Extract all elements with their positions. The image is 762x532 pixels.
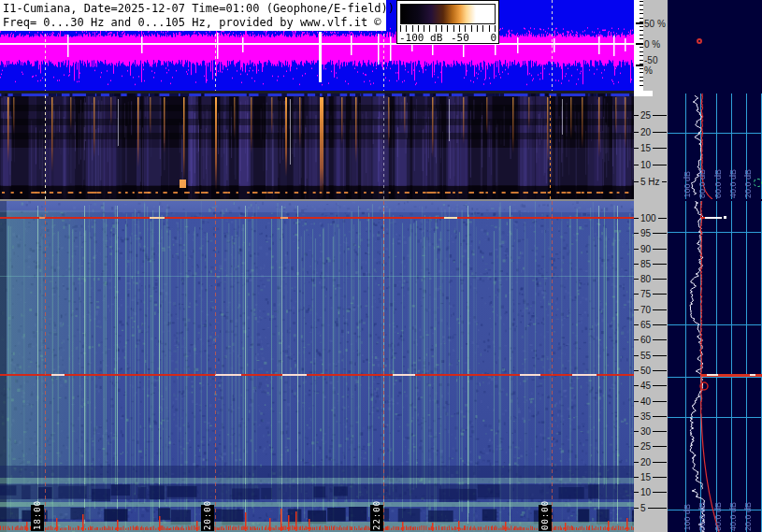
waveform-axis-label: 0 % [644,38,668,50]
efield-spectrogram-section [0,201,634,532]
time-label: 00:00 [539,505,552,531]
major-tick [636,65,643,66]
geophone-axis-tick: 10 [634,159,668,170]
efield-axis-tick: 35 [634,410,668,422]
tick-strip-end [634,91,653,96]
efield-axis-tick: 60 [634,334,668,345]
colorbar-gradient [400,4,496,24]
efield-axis-tick: 40 [634,395,668,407]
db-axis-label: 40.0 dB [728,169,738,198]
geophone-spectrogram-canvas [0,93,634,199]
waveform-section: I1-Cumiana, Date=2025-12-07 Time=01:00 (… [0,0,634,91]
spectrum-panel: 100 dB 80.0 dB 60.0 dB 40.0 dB 20.0 dB 1… [668,0,762,532]
vlf-monitor-screen: I1-Cumiana, Date=2025-12-07 Time=01:00 (… [0,0,762,532]
db-axis-label: 80.0 dB [697,502,707,531]
efield-axis-tick: 5 [634,502,668,513]
geophone-spectrum-plot: 100 dB 80.0 dB 60.0 dB 40.0 dB 20.0 dB [668,93,762,199]
db-axis-label: 100 dB [683,504,692,531]
efield-axis-tick: 10 [634,486,668,497]
db-axis-label: 60.0 dB [713,502,723,531]
time-label: 20:00 [201,505,214,531]
header-line2: Freq= 0...30 Hz and 0...105 Hz, provided… [3,16,386,30]
marker-circle-icon [754,179,762,187]
efield-axis-tick: 20 [634,456,668,467]
colorbar-labels: -100 dB -50 0 [397,32,500,44]
major-tick [636,43,643,45]
spectrum-panel-top [668,0,762,91]
geophone-axis-tick: 5 Hz [634,176,668,187]
efield-spectrum-canvas [668,201,762,532]
db-axis-label: 20.0 dB [743,169,753,198]
header-box: I1-Cumiana, Date=2025-12-07 Time=01:00 (… [0,0,386,31]
efield-axis-tick: 70 [634,304,668,315]
waveform-axis-label: -50 % [644,60,668,71]
colorbar: -100 dB -50 0 [396,0,499,44]
efield-axis-tick: 15 [634,471,668,482]
db-axis-label: 40.0 dB [728,502,738,531]
marker-circle-icon [697,38,702,44]
waveform-tick-strip [634,0,643,91]
db-axis-label: 20.0 dB [743,502,753,531]
efield-axis-tick: 75 [634,288,668,299]
efield-axis-tick: 55 [634,350,668,361]
db-axis-label: 100 dB [683,171,692,198]
header-line1: I1-Cumiana, Date=2025-12-07 Time=01:00 (… [3,2,386,16]
waveform-axis-label: 50 % [644,18,668,29]
efield-axis-tick: 90 [634,243,668,254]
efield-axis-tick: 100 [634,212,668,223]
geophone-spectrogram-section [0,93,634,199]
geophone-axis-tick: 15 [634,142,668,153]
time-label: 22:00 [370,505,383,531]
axis-scale-column: 50 % 0 % -50 % 25 20 15 10 5 Hz 100 95 9… [634,0,668,532]
major-tick [636,22,643,24]
efield-spectrum-plot: 100 dB 80.0 dB 60.0 dB 40.0 dB 20.0 dB [668,201,762,532]
efield-axis-tick: 80 [634,273,668,284]
efield-axis-tick: 45 [634,380,668,391]
efield-axis-tick: 25 [634,440,668,452]
colorbar-max-label: 0 [490,32,496,44]
efield-axis-tick: 50 [634,365,668,376]
db-axis-label: 80.0 dB [697,169,707,198]
time-label: 18:00 [31,505,44,531]
geophone-axis-tick: 25 [634,109,668,121]
efield-axis-tick: 65 [634,319,668,330]
colorbar-mid-label: -50 [451,32,469,44]
efield-axis-tick: 95 [634,227,668,238]
efield-axis-tick: 85 [634,258,668,269]
colorbar-ticks [400,25,496,32]
efield-axis-tick: 30 [634,425,668,437]
efield-spectrogram-canvas [0,201,634,532]
db-axis-label: 60.0 dB [713,169,723,198]
geophone-axis-tick: 20 [634,126,668,137]
colorbar-min-label: -100 dB [399,32,442,44]
